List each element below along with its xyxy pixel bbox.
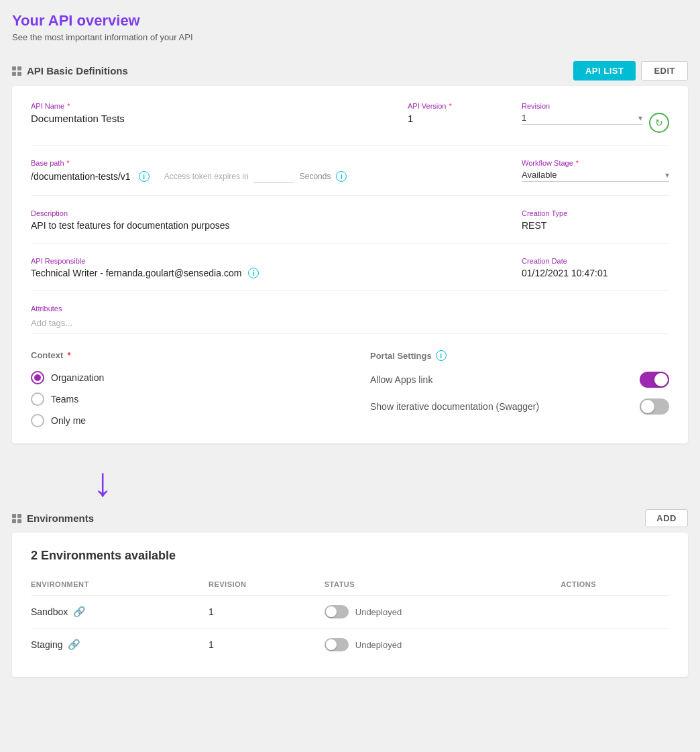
radio-outer-teams [31, 392, 44, 406]
env-deploy-knob-1 [326, 639, 337, 650]
env-count: 2 Environments available [31, 549, 669, 563]
api-responsible-group: API Responsible Technical Writer - ferna… [31, 257, 495, 278]
add-environment-button[interactable]: ADD [645, 509, 688, 527]
show-swagger-toggle-row: Show iterative documentation (Swagger) [370, 398, 669, 415]
table-row: Sandbox 🔗 1 Undeployed [31, 596, 669, 629]
page-subtitle: See the most important information of yo… [12, 32, 688, 42]
creation-type-value: REST [522, 220, 669, 231]
allow-apps-label: Allow Apps link [370, 374, 432, 385]
token-expires-info-icon[interactable]: i [336, 171, 347, 182]
radio-only-me[interactable]: Only me [31, 414, 330, 427]
env-deploy-toggle-1[interactable] [325, 638, 349, 651]
radio-outer-organization [31, 371, 44, 384]
radio-organization[interactable]: Organization [31, 371, 330, 384]
api-name-group: API Name * Documentation Tests [31, 102, 381, 133]
api-name-value: Documentation Tests [31, 113, 381, 124]
radio-label-only-me: Only me [51, 415, 86, 426]
arrow-down-icon: ↓ [93, 462, 113, 502]
radio-label-teams: Teams [51, 394, 78, 405]
portal-info-icon[interactable]: i [436, 350, 447, 361]
api-version-group: API Version * 1 [408, 102, 495, 133]
radio-label-organization: Organization [51, 372, 104, 383]
show-swagger-label: Show iterative documentation (Swagger) [370, 401, 539, 412]
creation-date-value: 01/12/2021 10:47:01 [522, 268, 669, 278]
allow-apps-toggle-knob [654, 373, 668, 386]
col-actions: ACTIONS [561, 576, 669, 596]
environments-grid-icon [12, 514, 21, 523]
environments-section-title: Environments [12, 513, 94, 524]
creation-date-group: Creation Date 01/12/2021 10:47:01 [522, 257, 669, 278]
tags-input[interactable]: Add tags... [31, 315, 669, 334]
page-title: Your API overview [12, 12, 688, 30]
allow-apps-toggle[interactable] [640, 372, 669, 388]
base-path-value: /documentation-tests/v1 [31, 171, 131, 182]
env-deploy-knob-0 [326, 606, 337, 617]
base-path-group: Base path * /documentation-tests/v1 i Ac… [31, 159, 495, 183]
environments-table: ENVIRONMENT REVISION STATUS ACTIONS Sand… [31, 576, 669, 661]
portal-settings-label: Portal Settings i [370, 350, 669, 361]
workflow-stage-group: Workflow Stage * Available ▾ [522, 159, 669, 183]
env-name-text-1: Staging [31, 639, 62, 650]
env-link-icon-1[interactable]: 🔗 [68, 639, 80, 651]
env-actions-1 [561, 629, 669, 661]
grid-icon [12, 66, 21, 76]
creation-type-group: Creation Type REST [522, 209, 669, 231]
env-actions-0 [561, 596, 669, 629]
arrow-indicator: ↓ [12, 455, 688, 502]
revision-group: Revision 1 ▾ [522, 102, 642, 133]
context-label: Context * [31, 350, 330, 360]
col-status: STATUS [325, 576, 561, 596]
workflow-select[interactable]: Available ▾ [522, 170, 669, 182]
col-environment: ENVIRONMENT [31, 576, 209, 596]
api-basic-section-title: API Basic Definitions [12, 65, 128, 76]
base-path-info-icon[interactable]: i [139, 171, 150, 182]
env-status-text-0: Undeployed [355, 607, 402, 617]
table-row: Staging 🔗 1 Undeployed [31, 629, 669, 661]
radio-teams[interactable]: Teams [31, 392, 330, 406]
col-revision: REVISION [209, 576, 325, 596]
show-swagger-toggle-knob [641, 400, 654, 413]
env-link-icon-0[interactable]: 🔗 [73, 606, 86, 618]
api-responsible-value: Technical Writer - fernanda.goulart@sens… [31, 268, 241, 278]
env-name-0: Sandbox 🔗 [31, 606, 209, 618]
refresh-icon[interactable]: ↻ [649, 113, 669, 133]
revision-select[interactable]: 1 ▾ [522, 113, 642, 125]
env-revision-1: 1 [209, 629, 325, 661]
api-responsible-info-icon[interactable]: i [248, 268, 259, 278]
api-version-value: 1 [408, 113, 495, 124]
description-value: API to test features for documentation p… [31, 220, 495, 231]
workflow-dropdown-arrow: ▾ [665, 170, 669, 180]
token-expires-input[interactable] [254, 170, 294, 183]
edit-button[interactable]: EDIT [641, 61, 688, 80]
env-deploy-toggle-0[interactable] [325, 605, 349, 619]
radio-outer-only-me [31, 414, 44, 427]
radio-inner-organization [34, 374, 41, 381]
env-name-1: Staging 🔗 [31, 639, 209, 651]
context-radio-group: Organization Teams Only me [31, 371, 330, 427]
allow-apps-toggle-row: Allow Apps link [370, 372, 669, 388]
attributes-group: Attributes Add tags... [31, 305, 669, 334]
env-revision-0: 1 [209, 596, 325, 629]
token-expires-label: Access token expires in [164, 172, 249, 181]
env-name-text-0: Sandbox [31, 606, 68, 617]
api-list-button[interactable]: API LIST [573, 61, 636, 80]
env-status-text-1: Undeployed [355, 640, 402, 650]
seconds-label: Seconds [300, 172, 331, 181]
description-group: Description API to test features for doc… [31, 209, 495, 231]
show-swagger-toggle[interactable] [640, 398, 669, 415]
